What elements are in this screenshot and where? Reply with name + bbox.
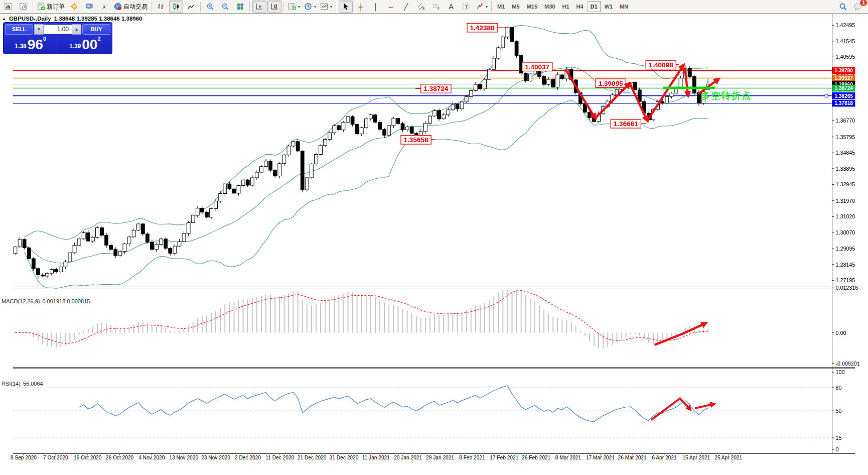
svg-text:1.35795: 1.35795 xyxy=(836,134,855,140)
timeframe-button-m15[interactable]: M15 xyxy=(524,1,540,12)
bar-chart-icon xyxy=(157,3,165,11)
toolbar-separator xyxy=(33,2,34,12)
timeframe-button-w1[interactable]: W1 xyxy=(602,1,616,12)
new-chart-button[interactable] xyxy=(2,1,16,13)
channel-tool-button[interactable]: E xyxy=(414,1,428,13)
svg-text:23 Nov 2020: 23 Nov 2020 xyxy=(201,455,230,460)
text-icon: A xyxy=(449,3,453,10)
buy-button[interactable]: BUY xyxy=(82,24,110,35)
chart-canvas[interactable]: 1.424951.415451.405951.396451.386951.377… xyxy=(0,14,868,475)
candlestick-chart-button[interactable] xyxy=(169,1,183,13)
svg-text:1.38724: 1.38724 xyxy=(834,85,853,91)
macd-name: MACD(12,26,9) xyxy=(2,298,40,304)
shapes-tool-button[interactable]: ▾ xyxy=(474,1,489,13)
terminal-icon xyxy=(85,3,93,11)
buy-price-prefix: 1.39 xyxy=(69,43,81,50)
toolbar-separator xyxy=(249,2,250,12)
cursor-tool-button[interactable] xyxy=(339,1,353,13)
price-badges: 1.397801.393271.389601.387241.382651.378… xyxy=(832,67,855,107)
zoom-in-button[interactable] xyxy=(203,1,217,13)
svg-text:50: 50 xyxy=(836,408,842,414)
fibonacci-tool-button[interactable]: F xyxy=(429,1,443,13)
autotrading-icon xyxy=(114,3,122,11)
new-chart-icon xyxy=(5,3,13,11)
new-order-button[interactable]: 新订单 xyxy=(36,1,66,13)
templates-button[interactable]: ▾ xyxy=(319,1,334,13)
svg-text:1.32945: 1.32945 xyxy=(836,181,855,187)
indicators-icon xyxy=(288,3,296,11)
timeframe-button-m5[interactable]: M5 xyxy=(509,1,522,12)
signals-icon xyxy=(100,3,108,11)
buy-price-main: 00 xyxy=(82,38,97,51)
chart-shift-icon xyxy=(270,3,278,11)
new-order-label: 新订单 xyxy=(47,3,65,11)
autoscroll-button[interactable] xyxy=(252,1,266,13)
svg-text:25 Apr 2021: 25 Apr 2021 xyxy=(714,455,742,460)
timeframe-button-m30[interactable]: M30 xyxy=(541,1,558,12)
volume-input[interactable]: 1.00 xyxy=(44,25,72,34)
volume-decrease-button[interactable]: ▼ xyxy=(34,24,44,35)
svg-text:17 Mar 2021: 17 Mar 2021 xyxy=(586,455,615,460)
volume-increase-button[interactable]: ▲ xyxy=(72,24,81,35)
support-highlight-bar xyxy=(663,87,715,89)
svg-text:1.30070: 1.30070 xyxy=(836,229,855,235)
horizontal-line-tool-button[interactable]: ─ xyxy=(384,1,398,13)
svg-text:0: 0 xyxy=(836,446,839,452)
timeframe-button-m1[interactable]: M1 xyxy=(494,1,508,12)
svg-text:1.39780: 1.39780 xyxy=(834,68,853,73)
collapse-one-click-icon[interactable]: ▲ xyxy=(2,17,6,21)
chart-ohlc-readout: 1.38648 1.39285 1.38646 1.38960 xyxy=(54,16,142,22)
chart-shift-button[interactable] xyxy=(267,1,281,13)
periods-button[interactable]: ▾ xyxy=(303,1,318,13)
autoscroll-icon xyxy=(255,3,263,11)
signals-button[interactable] xyxy=(97,1,111,13)
profiles-button[interactable] xyxy=(17,1,31,13)
timeframe-button-mn[interactable]: MN xyxy=(617,1,631,12)
shapes-arrows-icon xyxy=(476,3,484,11)
svg-text:11 Dec 2020: 11 Dec 2020 xyxy=(265,455,294,460)
svg-text:6 Apr 2021: 6 Apr 2021 xyxy=(652,455,677,460)
search-button[interactable] xyxy=(836,1,850,13)
trendline-tool-button[interactable]: ╱ xyxy=(399,1,413,13)
macd-histogram xyxy=(15,290,708,348)
sell-price-display[interactable]: 1.38 96 0 xyxy=(4,35,58,53)
svg-text:1.34845: 1.34845 xyxy=(836,150,855,156)
svg-text:4 Nov 2020: 4 Nov 2020 xyxy=(138,455,165,460)
metaeditor-button[interactable] xyxy=(67,1,81,13)
zoom-out-button[interactable] xyxy=(218,1,232,13)
volume-control: ▼ 1.00 ▲ xyxy=(34,25,81,34)
timeframe-button-d1[interactable]: D1 xyxy=(588,1,601,12)
svg-text:20 Jan 2021: 20 Jan 2021 xyxy=(394,455,422,460)
autotrading-button[interactable]: 自动交易 xyxy=(112,1,149,13)
svg-text:1.41545: 1.41545 xyxy=(836,38,855,44)
text-label-tool-button[interactable]: T xyxy=(459,1,473,13)
sell-button[interactable]: SELL xyxy=(5,24,33,35)
svg-text:1.36661: 1.36661 xyxy=(614,120,639,128)
line-chart-button[interactable] xyxy=(184,1,198,13)
svg-text:7 Oct 2020: 7 Oct 2020 xyxy=(43,455,68,460)
timeframe-button-h1[interactable]: H1 xyxy=(559,1,572,12)
svg-text:1.40037: 1.40037 xyxy=(525,63,549,71)
vertical-line-tool-button[interactable]: │ xyxy=(369,1,383,13)
buy-price-display[interactable]: 1.39 00 2 xyxy=(58,35,112,53)
svg-text:1.40595: 1.40595 xyxy=(836,54,855,60)
svg-text:16 Oct 2020: 16 Oct 2020 xyxy=(74,455,102,460)
one-click-trading-panel: SELL ▼ 1.00 ▲ BUY 1.38 96 0 1.39 00 2 xyxy=(3,22,112,54)
bollinger-middle xyxy=(25,67,708,263)
rsi-axis: 1008050150 xyxy=(832,369,845,452)
toolbar-separator xyxy=(336,2,337,12)
date-axis[interactable]: 8 Sep 20207 Oct 202016 Oct 202026 Oct 20… xyxy=(11,453,743,460)
indicators-button[interactable]: ▾ xyxy=(286,1,302,13)
timeframe-button-h4[interactable]: H4 xyxy=(573,1,587,12)
notifications-button[interactable]: 1 xyxy=(851,1,865,13)
bar-chart-button[interactable] xyxy=(154,1,168,13)
text-tool-button[interactable]: A xyxy=(444,1,458,13)
terminal-button[interactable] xyxy=(82,1,96,13)
svg-text:29 Jan 2021: 29 Jan 2021 xyxy=(426,455,454,460)
periods-icon xyxy=(304,3,312,11)
tile-windows-button[interactable] xyxy=(233,1,247,13)
rsi-name: RSI(14) xyxy=(2,381,21,387)
trendline-icon: ╱ xyxy=(404,4,408,10)
crosshair-tool-button[interactable]: ┼ xyxy=(354,1,368,13)
svg-text:13 Nov 2020: 13 Nov 2020 xyxy=(169,455,198,460)
